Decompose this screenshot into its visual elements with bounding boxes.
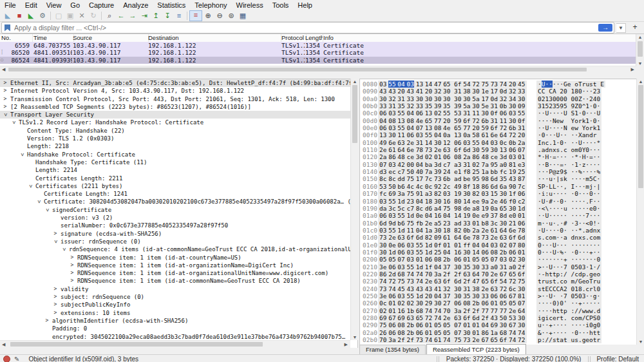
scroll-up-icon[interactable]: ▲ (351, 79, 359, 84)
go-to-bottom-icon[interactable]: ↧ (162, 11, 173, 21)
hex-row[interactable]: 01102e 61 64 6e 78 73 2e 63 6f 6d 30 59 … (360, 146, 636, 153)
hex-ascii[interactable]: 0···U·%· ·0···+·· (536, 249, 601, 256)
open-file-icon[interactable]: ▢ (53, 11, 64, 21)
zoom-out-icon[interactable]: ⊖ (214, 11, 225, 21)
hex-bytes[interactable]: 8c 8c dd 75 17 7c 73 6b ad be 95 98 6d 3… (378, 175, 527, 182)
hex-bytes[interactable]: 02 01 16 1b 68 74 74 70 3a 2f 2f 77 77 7… (378, 307, 527, 314)
collapse-arrow-icon[interactable]: > (1, 111, 9, 118)
menu-telephony[interactable]: Telephony (190, 1, 231, 10)
scroll-up-icon[interactable]: ▲ (636, 35, 644, 39)
hex-row[interactable]: 01508c 8c dd 75 17 7c 73 6b ad be 95 98 … (360, 175, 636, 182)
resize-columns-icon[interactable]: ▦ (237, 11, 249, 21)
hex-ascii[interactable]: >··U···7 0503·1·/ (536, 263, 601, 271)
hex-bytes[interactable]: 6d 9d b6 75 fb 2e a5 23 ad 33 01 b8 3c 3… (378, 220, 527, 227)
hex-bytes[interactable]: 30 32 31 33 30 30 30 30 30 30 5a 17 0d 3… (378, 95, 527, 102)
hex-bytes[interactable]: fc 69 3a 75 91 a3 82 03 19 30 82 03 15 3… (378, 190, 527, 197)
hex-ascii[interactable]: 0···U··· ········ (536, 242, 601, 249)
hex-bytes[interactable]: 03 55 1d 23 04 18 30 16 80 14 ee 9a 2e 4… (378, 198, 527, 205)
selected-bytes[interactable]: 55 04 03 (388, 81, 414, 88)
hex-ascii[interactable]: p://stat us.geotr (536, 336, 601, 343)
hex-bytes[interactable]: 0c 01 02 02 30 29 30 27 06 08 2b 06 01 0… (378, 300, 527, 307)
hex-ascii[interactable]: SP·LL··, I···mj·| (536, 183, 601, 190)
hex-row[interactable]: 013007 03 42 00 04 ba 3d c7 a3 31 02 7a … (360, 161, 636, 168)
menu-analyze[interactable]: Analyze (118, 1, 153, 10)
detail-tree-item[interactable]: >validity (0, 285, 357, 293)
filter-dropdown-button[interactable]: ▼ (616, 23, 626, 33)
detail-tree-item[interactable]: >RDNSequence item: 1 item (id-at-country… (0, 254, 357, 262)
hex-row[interactable]: 01e030 0e 06 03 55 1d 0f 01 01 ff 04 04 … (360, 242, 636, 249)
hex-bytes[interactable]: 2a 86 48 ce 3d 02 01 06 08 2a 86 48 ce 3… (378, 153, 527, 160)
hex-bytes[interactable]: 13 30 11 06 03 55 04 0a 13 0a 58 61 6e 6… (378, 131, 527, 138)
column-header-source[interactable]: Source (71, 34, 149, 42)
hex-bytes[interactable]: 30 1d 06 03 55 1d 25 04 16 30 14 06 08 2… (378, 249, 527, 256)
hex-ascii[interactable]: m··u·.·# ·3··<0!· (536, 220, 601, 227)
profile-button[interactable]: Profile: Default (596, 356, 639, 362)
selected-ascii[interactable]: U·· (542, 81, 553, 88)
hex-ascii[interactable]: ·<\····u ·····e0· (536, 205, 601, 212)
hex-bytes[interactable]: 26 06 08 2b 06 01 05 05 07 30 01 86 1a 6… (378, 329, 527, 336)
hex-row[interactable]: 02a026 06 08 2b 06 01 05 05 07 30 01 86 … (360, 329, 636, 336)
detail-tree-item[interactable]: version: v3 (2) (0, 214, 357, 222)
hex-ascii[interactable]: ····New York1·0· (536, 117, 601, 124)
collapse-arrow-icon[interactable]: > (18, 151, 26, 158)
expand-arrow-icon[interactable]: > (52, 230, 59, 238)
expand-arrow-icon[interactable]: > (44, 317, 50, 325)
hex-row[interactable]: 022086 2d 68 74 74 70 3a 2f 2f 63 64 70 … (360, 271, 636, 278)
auto-scroll-icon[interactable]: ≡ (173, 11, 185, 21)
collapse-arrow-icon[interactable]: > (10, 120, 17, 126)
scroll-right-icon[interactable]: ▶ (631, 67, 634, 72)
packet-list-vscrollbar[interactable]: ▲ ▼ (636, 34, 644, 73)
hex-bytes[interactable]: 30 0e 06 03 55 1d 0f 01 01 ff 04 04 03 0… (378, 242, 527, 249)
hex-row[interactable]: 010049 6e 63 2e 31 14 30 12 06 03 55 04 … (360, 139, 636, 146)
hex-row[interactable]: 018003 55 1d 23 04 18 30 16 80 14 ee 9a … (360, 198, 636, 205)
hex-row[interactable]: 0140d3 ec c7 50 40 7a 39 24 e1 f8 25 1a … (360, 168, 636, 175)
detail-tree-item[interactable]: >Certificate: 308204d53082047ba003020102… (0, 198, 357, 205)
hex-ascii[interactable]: *·H·=··· ·*·H·=·· (536, 153, 601, 160)
menu-go[interactable]: Go (66, 1, 84, 10)
detail-tree-item[interactable]: >signature (ecdsa-with-SHA256) (0, 230, 357, 238)
expand-arrow-icon[interactable]: > (69, 277, 75, 285)
hex-row[interactable]: 01202a 86 48 ce 3d 02 01 06 08 2a 86 48 … (360, 153, 636, 160)
hex-ascii[interactable]: ··U····U S1·0···U (536, 110, 601, 117)
hex-ascii[interactable]: ··U····· ····7··· (536, 212, 601, 219)
expand-arrow-icon[interactable]: > (69, 262, 75, 269)
expand-arrow-icon[interactable]: > (52, 309, 59, 317)
hex-row[interactable]: 00c006 03 55 04 06 13 02 55 53 31 11 30 … (360, 110, 636, 117)
hex-bytes[interactable]: 53 50 b6 4c 4c 0c 92 2c 49 8f 18 86 6d 6… (378, 183, 527, 190)
collapse-arrow-icon[interactable]: > (52, 238, 59, 245)
add-filter-button[interactable]: + (630, 23, 640, 32)
go-to-packet-icon[interactable]: ⇥ (138, 11, 150, 21)
hex-ascii[interactable]: igicert. com/CPS0 (536, 314, 601, 321)
hex-bytes[interactable]: 70 3a 2f 2f 73 74 61 74 75 73 2e 67 65 6… (378, 336, 527, 343)
hex-bytes[interactable]: 49 6e 63 2e 31 14 30 12 06 03 55 04 03 0… (378, 139, 527, 146)
hex-ascii[interactable]: Inc.1·0· ··U····* (536, 139, 601, 146)
zoom-reset-icon[interactable]: ⊚ (225, 11, 237, 21)
detail-tree-item[interactable]: >Ethernet II, Src: Arcadyan_3b:ab:e5 (e4… (0, 79, 357, 87)
scroll-up-icon[interactable]: ▲ (637, 79, 644, 84)
hex-row[interactable]: 01a006 03 55 1d 0e 04 16 04 14 19 0e e9 … (360, 212, 636, 219)
expand-arrow-icon[interactable]: > (2, 79, 8, 87)
filter-bookmark-icon[interactable] (5, 24, 10, 32)
menu-view[interactable]: View (42, 1, 66, 10)
detail-tree-item[interactable]: >rdnSequence: 4 items (id-at-commonName=… (0, 245, 357, 253)
detail-tree-item[interactable]: >Internet Protocol Version 4, Src: 103.4… (0, 87, 357, 95)
scroll-thumb[interactable] (8, 68, 587, 71)
hex-ascii[interactable]: ·U····0· ··*.adnx (536, 227, 601, 234)
hex-ascii[interactable]: u··+···· ····i0g0 (536, 321, 601, 329)
detail-tree-item[interactable]: >subject: rdnSequence (0) (0, 293, 357, 301)
capture-options-icon[interactable]: ⚙ (37, 11, 48, 21)
expand-arrow-icon[interactable]: > (2, 95, 8, 103)
packet-row[interactable]: 865244841.093939103.43.90.117192.168.1.1… (0, 57, 636, 64)
expand-arrow-icon[interactable]: > (69, 254, 75, 262)
hex-ascii[interactable]: ···P@z9$ ··%····% (536, 168, 601, 175)
stop-capture-icon[interactable]: ■ (14, 11, 25, 21)
menu-help[interactable]: Help (293, 1, 317, 10)
hex-bytes[interactable]: 73 2e 63 6f 6d 82 09 61 64 6e 78 73 2e 6… (378, 234, 527, 241)
hex-bytes[interactable]: 86 2d 68 74 74 70 3a 2f 2f 63 64 70 2e 6… (378, 271, 527, 278)
display-filter-input[interactable] (13, 23, 598, 33)
scroll-right-icon[interactable]: ▶ (345, 342, 348, 347)
packet-row[interactable]: 6559648.703755103.43.90.117192.168.1.122… (0, 42, 636, 49)
detail-tree-item[interactable]: >RDNSequence item: 1 item (id-at-commonN… (0, 277, 357, 285)
hex-bytes[interactable]: 03 55 04 03 13 14 47 65 6f 54 72 75 73 7… (378, 81, 527, 88)
hex-ascii[interactable]: ···u·|sk ····m5C· (536, 175, 601, 182)
